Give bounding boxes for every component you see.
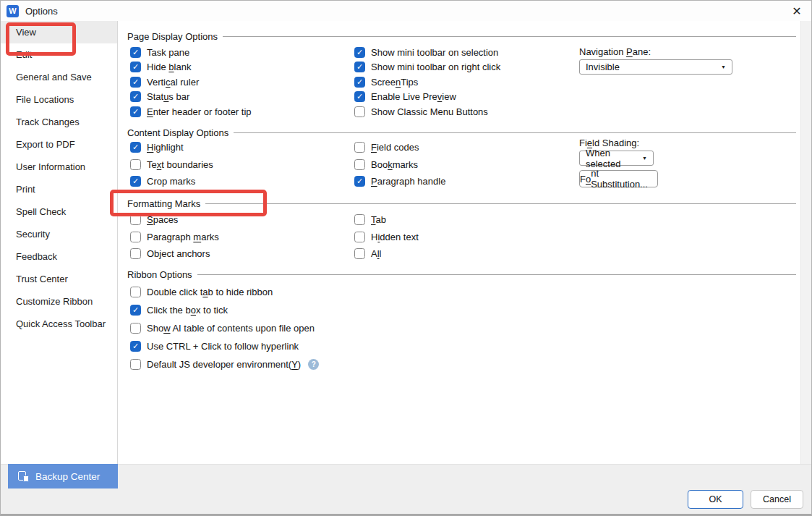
section-title: Formatting Marks — [127, 198, 200, 209]
backup-center-label: Backup Center — [35, 471, 100, 482]
sidebar-item-feedback[interactable]: Feedback — [1, 245, 117, 268]
chevron-down-icon: ▼ — [721, 64, 726, 69]
checkbox-icon — [130, 248, 141, 259]
checkbox-icon — [354, 62, 365, 72]
sidebar-item-edit[interactable]: Edit — [1, 43, 117, 66]
checkbox-icon — [354, 248, 365, 259]
checkbox-icon — [130, 62, 141, 72]
checkbox-mini-toolbar-right-click[interactable]: Show mini toolbar on right click — [354, 60, 571, 75]
checkbox-icon — [130, 142, 141, 153]
sidebar-item-print[interactable]: Print — [1, 178, 117, 200]
checkbox-icon — [354, 106, 365, 117]
field-shading-select[interactable]: When selected ▼ — [579, 151, 654, 166]
close-icon[interactable]: ✕ — [788, 3, 805, 19]
checkbox-icon — [130, 323, 141, 334]
checkbox-bookmarks[interactable]: Bookmarks — [354, 156, 571, 174]
sidebar-item-trust-center[interactable]: Trust Center — [1, 268, 117, 290]
checkbox-icon — [354, 176, 365, 187]
sidebar-item-security[interactable]: Security — [1, 223, 117, 245]
checkbox-tab[interactable]: Tab — [354, 211, 571, 229]
section-title: Page Display Options — [127, 31, 218, 42]
checkbox-icon — [130, 341, 141, 352]
checkbox-icon — [130, 159, 141, 170]
section-divider — [197, 274, 796, 275]
checkbox-icon — [130, 106, 141, 117]
sidebar-item-track-changes[interactable]: Track Changes — [1, 111, 117, 133]
section-divider — [205, 203, 796, 204]
checkbox-screentips[interactable]: ScreenTips — [354, 75, 571, 90]
navigation-pane-select[interactable]: Invisible ▼ — [579, 59, 732, 75]
checkbox-hidden-text[interactable]: Hidden text — [354, 229, 571, 246]
checkbox-icon — [130, 359, 141, 370]
sidebar-item-customize-ribbon[interactable]: Customize Ribbon — [1, 290, 117, 313]
checkbox-icon — [354, 232, 365, 242]
checkbox-icon — [130, 176, 141, 187]
section-divider — [223, 36, 796, 37]
checkbox-object-anchors[interactable]: Object anchors — [130, 245, 347, 263]
checkbox-text-boundaries[interactable]: Text boundaries — [130, 156, 347, 174]
checkbox-click-box-to-tick[interactable]: Click the box to tick — [130, 301, 434, 319]
checkbox-icon — [130, 77, 141, 88]
titlebar: W Options ✕ — [1, 1, 811, 21]
backup-center-button[interactable]: Backup Center — [8, 464, 118, 488]
sidebar-item-export-to-pdf[interactable]: Export to PDF — [1, 133, 117, 156]
checkbox-crop-marks[interactable]: Crop marks — [130, 173, 347, 190]
ok-button[interactable]: OK — [688, 490, 743, 509]
checkbox-task-pane[interactable]: Task pane — [130, 45, 347, 60]
backup-pages-icon — [18, 471, 29, 482]
scrollbar-track[interactable] — [800, 21, 811, 464]
section-formatting-marks: Formatting Marks — [127, 198, 796, 209]
checkbox-vertical-ruler[interactable]: Vertical ruler — [130, 75, 347, 90]
section-content-display-options: Content Display Options — [127, 127, 796, 138]
checkbox-use-ctrl-click-hyperlink[interactable]: Use CTRL + Click to follow hyperlink — [130, 337, 434, 355]
checkbox-icon — [130, 47, 141, 58]
checkbox-paragraph-marks[interactable]: Paragraph marks — [130, 229, 347, 246]
checkbox-status-bar[interactable]: Status bar — [130, 90, 347, 105]
checkbox-icon — [354, 77, 365, 88]
checkbox-icon — [130, 232, 141, 242]
checkbox-icon — [130, 214, 141, 225]
checkbox-enable-live-preview[interactable]: Enable Live Preview — [354, 90, 571, 105]
checkbox-hide-blank[interactable]: Hide blank — [130, 60, 347, 75]
sidebar-item-view[interactable]: View — [1, 21, 117, 43]
font-substitution-button[interactable]: Font Substitution... — [579, 170, 658, 187]
checkbox-icon — [130, 305, 141, 316]
chevron-down-icon: ▼ — [642, 156, 647, 161]
checkbox-icon — [354, 91, 365, 102]
cancel-button[interactable]: Cancel — [751, 490, 803, 509]
navigation-pane-label: Navigation Pane: — [579, 46, 651, 57]
checkbox-show-classic-menu-buttons[interactable]: Show Classic Menu Buttons — [354, 104, 571, 119]
checkbox-paragraph-handle[interactable]: Paragraph handle — [354, 173, 571, 190]
checkbox-field-codes[interactable]: Field codes — [354, 139, 571, 156]
sidebar-item-general-and-save[interactable]: General and Save — [1, 66, 117, 88]
settings-panel: Page Display Options Task pane Hide blan… — [118, 21, 800, 464]
checkbox-double-click-tab-hide-ribbon[interactable]: Double click tab to hide ribbon — [130, 283, 434, 301]
help-icon[interactable]: ? — [308, 359, 319, 370]
section-title: Ribbon Options — [127, 269, 192, 280]
wps-writer-logo-icon: W — [7, 5, 19, 17]
section-title: Content Display Options — [127, 127, 228, 138]
section-divider — [234, 132, 796, 133]
checkbox-spaces[interactable]: Spaces — [130, 211, 347, 229]
checkbox-icon — [130, 287, 141, 297]
sidebar-item-quick-access-toolbar[interactable]: Quick Access Toolbar — [1, 313, 117, 335]
checkbox-default-js-developer-environment[interactable]: Default JS developer environment(Y) ? — [130, 355, 434, 373]
sidebar: View Edit General and Save File Location… — [1, 21, 118, 464]
sidebar-item-file-locations[interactable]: File Locations — [1, 88, 117, 111]
checkbox-show-ai-table-of-contents[interactable]: Show AI table of contents upon file open — [130, 319, 434, 337]
checkbox-all[interactable]: All — [354, 245, 571, 263]
section-ribbon-options: Ribbon Options — [127, 268, 796, 280]
checkbox-enter-header-footer-tip[interactable]: Enter header or footer tip — [130, 104, 347, 119]
checkbox-icon — [354, 47, 365, 58]
checkbox-mini-toolbar-selection[interactable]: Show mini toolbar on selection — [354, 45, 571, 60]
checkbox-highlight[interactable]: Highlight — [130, 139, 347, 156]
sidebar-item-spell-check[interactable]: Spell Check — [1, 200, 117, 223]
dialog-title: Options — [25, 6, 58, 17]
section-page-display-options: Page Display Options — [127, 30, 796, 42]
checkbox-icon — [354, 159, 365, 170]
checkbox-icon — [354, 142, 365, 153]
checkbox-icon — [354, 214, 365, 225]
sidebar-item-user-information[interactable]: User Information — [1, 156, 117, 178]
checkbox-icon — [130, 91, 141, 102]
options-dialog: W Options ✕ View Edit General and Save F… — [0, 0, 812, 516]
